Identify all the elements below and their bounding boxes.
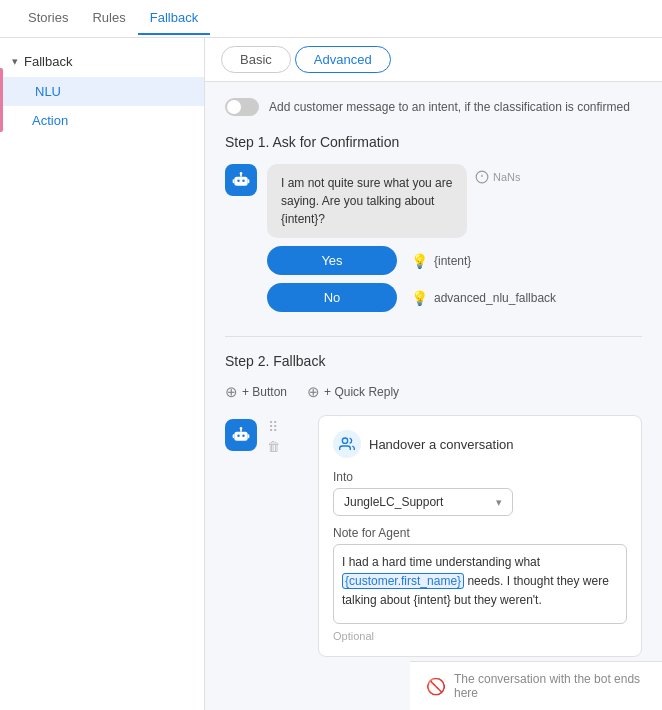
bot-avatar-1 — [225, 164, 257, 196]
note-highlight: {customer.first_name} — [342, 573, 464, 589]
step1-bubble-area: I am not quite sure what you are saying.… — [267, 164, 642, 238]
no-response-row: No 💡 advanced_nlu_fallback — [267, 283, 642, 312]
action-card: Handover a conversation Into JungleLC_Su… — [318, 415, 642, 657]
nans-label: NaNs — [493, 171, 521, 183]
into-field-group: Into JungleLC_Support ▾ — [333, 470, 627, 516]
plus-icon-quickreply: ⊕ — [307, 383, 320, 401]
delete-icon[interactable]: 🗑 — [267, 439, 280, 454]
plus-icon-button: ⊕ — [225, 383, 238, 401]
no-intent: 💡 advanced_nlu_fallback — [411, 290, 556, 306]
sidebar-accent — [0, 68, 3, 132]
select-arrow-icon: ▾ — [496, 496, 502, 509]
svg-rect-15 — [233, 434, 235, 438]
button-label: + Button — [242, 385, 287, 399]
svg-rect-10 — [234, 432, 247, 441]
into-select-value: JungleLC_Support — [344, 495, 443, 509]
top-navigation: Stories Rules Fallback — [0, 0, 662, 38]
step1-heading: Step 1. Ask for Confirmation — [225, 134, 642, 150]
sidebar-item-action[interactable]: Action — [0, 106, 204, 135]
nans-icon — [475, 170, 489, 184]
add-quick-reply-btn[interactable]: ⊕ + Quick Reply — [307, 383, 399, 401]
svg-point-1 — [237, 180, 240, 183]
no-button[interactable]: No — [267, 283, 397, 312]
toggle-knob — [227, 100, 241, 114]
content-inner: Add customer message to an intent, if th… — [205, 82, 662, 673]
yes-button[interactable]: Yes — [267, 246, 397, 275]
step1-message-bubble: I am not quite sure what you are saying.… — [267, 164, 467, 238]
optional-label: Optional — [333, 630, 627, 642]
sidebar-fallback-section[interactable]: ▾ Fallback — [0, 46, 204, 77]
into-select[interactable]: JungleLC_Support ▾ — [333, 488, 513, 516]
nav-stories[interactable]: Stories — [16, 2, 80, 35]
toggle-label: Add customer message to an intent, if th… — [269, 100, 630, 114]
step1-message-block: I am not quite sure what you are saying.… — [225, 164, 642, 238]
ban-icon: 🚫 — [426, 677, 446, 696]
chevron-icon: ▾ — [12, 55, 18, 68]
tab-bar: Basic Advanced — [205, 38, 662, 82]
step2-section: Step 2. Fallback ⊕ + Button ⊕ + Quick Re… — [225, 336, 642, 657]
svg-point-17 — [342, 438, 347, 443]
svg-point-2 — [242, 180, 245, 183]
yes-intent: 💡 {intent} — [411, 253, 471, 269]
content-area: Basic Advanced Add customer message to a… — [205, 38, 662, 710]
step1-message-text: I am not quite sure what you are saying.… — [281, 176, 452, 226]
drag-handle-icon[interactable]: ⠿ — [268, 419, 279, 435]
step1-section: Step 1. Ask for Confirmation — [225, 134, 642, 312]
action-card-title: Handover a conversation — [369, 437, 514, 452]
bottom-text: The conversation with the bot ends here — [454, 672, 646, 700]
note-label: Note for Agent — [333, 526, 627, 540]
note-text-before: I had a hard time understanding what — [342, 555, 540, 569]
svg-point-4 — [240, 172, 243, 175]
svg-point-11 — [237, 435, 240, 438]
bulb-icon-yes: 💡 — [411, 253, 428, 269]
svg-rect-6 — [248, 179, 250, 183]
handover-icon — [333, 430, 361, 458]
note-textarea[interactable]: I had a hard time understanding what {cu… — [333, 544, 627, 624]
bottom-bar: 🚫 The conversation with the bot ends her… — [410, 661, 662, 710]
tab-advanced[interactable]: Advanced — [295, 46, 391, 73]
note-field-group: Note for Agent I had a hard time underst… — [333, 526, 627, 642]
nav-fallback[interactable]: Fallback — [138, 2, 210, 35]
bot-avatar-2 — [225, 419, 257, 451]
nans-area: NaNs — [475, 170, 521, 184]
sidebar-item-nlu[interactable]: NLU — [0, 77, 204, 106]
svg-point-14 — [240, 427, 243, 430]
into-label: Into — [333, 470, 627, 484]
nav-rules[interactable]: Rules — [80, 2, 137, 35]
add-row: ⊕ + Button ⊕ + Quick Reply — [225, 383, 642, 401]
svg-rect-5 — [233, 179, 235, 183]
sidebar: ▾ Fallback NLU Action — [0, 38, 205, 710]
card-wrapper: ⠿ 🗑 — [225, 415, 642, 657]
toggle-row: Add customer message to an intent, if th… — [225, 98, 642, 116]
no-intent-label: advanced_nlu_fallback — [434, 291, 556, 305]
tab-basic[interactable]: Basic — [221, 46, 291, 73]
yes-response-row: Yes 💡 {intent} — [267, 246, 642, 275]
bot-icon-1 — [231, 170, 251, 190]
bulb-icon-no: 💡 — [411, 290, 428, 306]
bot-icon-2 — [231, 425, 251, 445]
action-card-header: Handover a conversation — [333, 430, 627, 458]
quick-reply-label: + Quick Reply — [324, 385, 399, 399]
add-to-intent-toggle[interactable] — [225, 98, 259, 116]
add-button-btn[interactable]: ⊕ + Button — [225, 383, 287, 401]
card-controls: ⠿ 🗑 — [267, 419, 280, 454]
handover-svg — [339, 436, 355, 452]
yes-intent-label: {intent} — [434, 254, 471, 268]
svg-point-12 — [242, 435, 245, 438]
step2-heading: Step 2. Fallback — [225, 353, 642, 369]
svg-rect-16 — [248, 434, 250, 438]
sidebar-section-label: Fallback — [24, 54, 72, 69]
svg-rect-0 — [234, 177, 247, 186]
